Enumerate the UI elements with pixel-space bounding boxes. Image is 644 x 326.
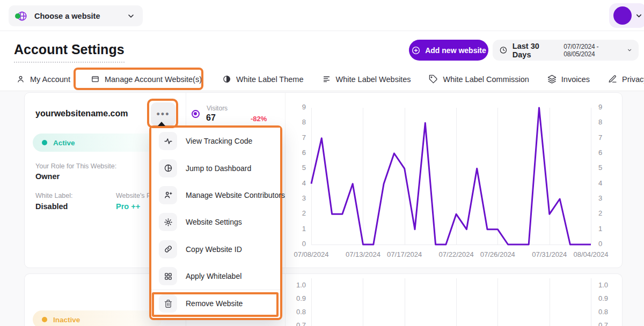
status-label: Active: [53, 139, 75, 147]
gridline: [363, 278, 363, 326]
date-range-picker[interactable]: Last 30 Days 07/07/2024 - 08/05/2024: [493, 40, 639, 61]
inactive-dot: [42, 317, 47, 322]
browser-icon: [91, 75, 100, 84]
gridline: [311, 278, 312, 326]
menu-item-label: Apply Whitelabel: [186, 272, 241, 280]
gear-icon: [159, 213, 177, 231]
white-label-label: White Label:: [35, 192, 72, 199]
tab-manage-account-websites[interactable]: Manage Account Website(s): [89, 75, 204, 84]
gridline: [550, 278, 550, 326]
plus-circle-icon: [411, 46, 421, 55]
date-range-value: 07/07/2024 - 08/05/2024: [564, 43, 626, 58]
pen-icon: [608, 75, 617, 84]
menu-item-label: View Tracking Code: [186, 137, 252, 145]
topbar: Choose a website: [0, 0, 644, 31]
page-title: Account Settings: [14, 42, 125, 63]
add-button-label: Add new website: [425, 46, 486, 55]
tab-my-account[interactable]: My Account: [16, 75, 70, 84]
tab-privacy-consents[interactable]: Privacy Consents: [608, 75, 644, 84]
gridline: [456, 278, 457, 326]
menu-item-manage-website-contributors[interactable]: Manage Website Contributors: [151, 182, 280, 209]
tab-label: White Label Theme: [236, 75, 303, 84]
status-green-dot: [15, 13, 20, 19]
y-axis-label-left: 0.9: [290, 294, 306, 302]
visitors-metric-change: -82%: [251, 115, 267, 123]
tab-white-label-theme[interactable]: White Label Theme: [222, 75, 303, 84]
link-icon: [159, 240, 177, 258]
plan-value: Pro ++: [116, 202, 140, 211]
menu-item-apply-whitelabel[interactable]: Apply Whitelabel: [151, 263, 280, 290]
y-axis-label-left: 0.8: [290, 308, 306, 316]
y-axis-label-right: 0.8: [598, 308, 608, 316]
user-plus-icon: [159, 186, 177, 204]
chevron-down-icon: [627, 47, 632, 53]
activity-icon: [159, 132, 177, 150]
tab-label: Privacy Consents: [622, 75, 644, 84]
active-dot: [42, 140, 47, 145]
tag-icon: [429, 75, 438, 84]
menu-caret: [157, 122, 166, 127]
gridline: [497, 278, 498, 326]
website-selector-label: Choose a website: [34, 12, 127, 20]
tab-label: White Label Commission: [443, 75, 529, 84]
globe-icon: [16, 10, 28, 22]
account-settings-page: Choose a website Account Settings Add ne…: [0, 0, 644, 326]
trash-icon: [159, 294, 177, 313]
website-actions-menu: View Tracking Code Jump to Dashboard Man…: [149, 125, 282, 320]
menu-item-website-settings[interactable]: Website Settings: [151, 209, 280, 235]
chevron-down-icon: [127, 12, 135, 20]
menu-item-label: Remove Website: [186, 299, 243, 308]
menu-item-remove-website[interactable]: Remove Website: [151, 290, 280, 316]
clock-icon: [499, 46, 508, 55]
role-label: Your Role for This Website:: [35, 162, 116, 170]
menu-item-copy-website-id[interactable]: Copy Website ID: [151, 236, 280, 263]
menu-item-view-tracking-code[interactable]: View Tracking Code: [151, 128, 280, 154]
white-label-value: Disabled: [35, 202, 68, 211]
tab-white-label-websites[interactable]: White Label Websites: [322, 75, 411, 84]
visitors-metric-value: 67: [206, 113, 216, 123]
tab-label: Invoices: [561, 75, 590, 84]
y-axis-label-right: 0.7: [598, 321, 608, 326]
y-axis-label-left: 1.0: [290, 281, 306, 289]
y-axis-label-right: 0.9: [598, 294, 608, 302]
tab-label: Manage Account Website(s): [105, 75, 202, 84]
add-new-website-button[interactable]: Add new website: [409, 40, 488, 61]
layers-icon: [547, 75, 557, 84]
user-menu[interactable]: [609, 3, 644, 28]
status-label: Inactive: [53, 316, 80, 324]
tab-label: My Account: [30, 75, 70, 84]
settings-tabs: My Account Manage Account Website(s) Whi…: [0, 68, 644, 91]
chevron-down-icon: [635, 12, 643, 20]
visitors-line: [286, 93, 624, 269]
tab-white-label-commission[interactable]: White Label Commission: [429, 75, 529, 84]
website-selector-dropdown[interactable]: Choose a website: [9, 5, 143, 26]
status-badge-inactive: Inactive: [33, 310, 162, 326]
menu-item-jump-to-dashboard[interactable]: Jump to Dashboard: [151, 154, 280, 181]
menu-item-label: Website Settings: [186, 218, 242, 226]
date-range-label: Last 30 Days: [513, 42, 557, 59]
contrast-icon: [222, 75, 231, 84]
menu-item-label: Jump to Dashboard: [186, 164, 251, 173]
gridline: [405, 278, 405, 326]
website-domain: yourwebsitename.com: [35, 109, 128, 118]
pie-chart-icon: [159, 159, 177, 177]
y-axis-label-left: 0.7: [290, 321, 306, 326]
header: Account Settings Add new website Last 30…: [0, 31, 644, 68]
visitors-metric-icon: [192, 110, 200, 118]
y-axis-label-right: 1.0: [598, 281, 608, 289]
avatar: [613, 6, 632, 25]
grid-icon: [159, 267, 177, 285]
role-value: Owner: [35, 172, 60, 181]
second-chart: 1.01.00.90.90.80.80.70.7: [285, 274, 623, 326]
menu-item-label: Manage Website Contributors: [186, 191, 285, 199]
website-row-active: yourwebsitename.com ••• Active Your Role…: [24, 92, 623, 268]
menu-item-label: Copy Website ID: [186, 245, 242, 254]
tab-label: White Label Websites: [336, 75, 411, 84]
tab-invoices[interactable]: Invoices: [547, 75, 590, 84]
visitors-chart: 0011223344556677889907/08/202407/13/2024…: [285, 93, 623, 268]
user-icon: [16, 75, 25, 84]
list-icon: [322, 75, 331, 84]
visitors-metric-label: Visitors: [207, 105, 228, 112]
website-row-inactive: Inactive 1.01.00.90.90.80.80.70.7: [24, 273, 623, 326]
gridline: [591, 278, 591, 326]
